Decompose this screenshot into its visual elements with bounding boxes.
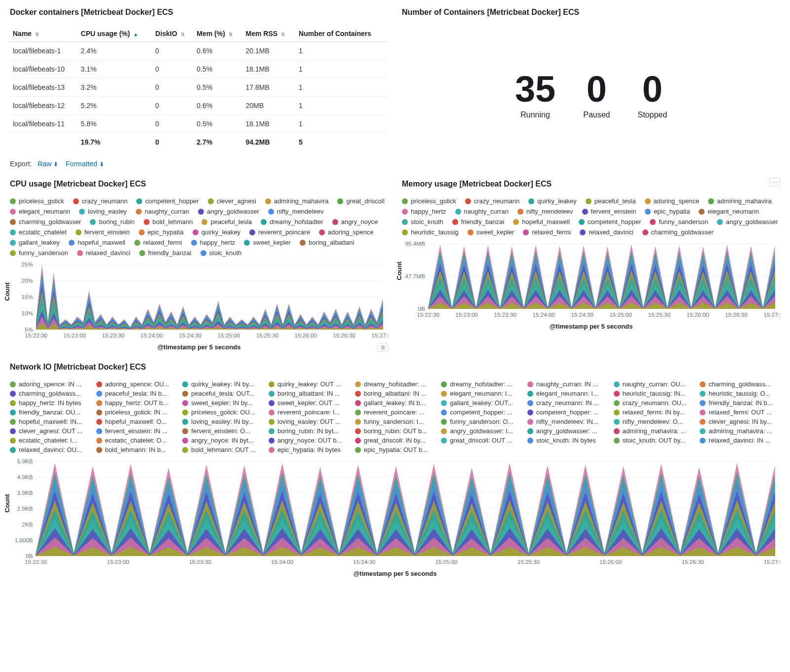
legend-item[interactable]: competent_hopper: ...: [527, 409, 608, 416]
legend-item[interactable]: naughty_curran: IN ...: [527, 380, 608, 388]
panel-menu-icon[interactable]: ⋯: [769, 178, 780, 187]
network-chart[interactable]: 0B1,000B2KB2.9KB3.9KB4.9KB5.9KB15:22:301…: [10, 458, 780, 567]
legend-item[interactable]: sweet_kepler: [244, 239, 291, 246]
legend-item[interactable]: stoic_knuth: [402, 218, 443, 225]
legend-item[interactable]: stoic_knuth: OUT by...: [614, 437, 694, 444]
table-row[interactable]: local/filebeats-103.1%00.5%18.1MB1: [10, 60, 388, 78]
legend-item[interactable]: peaceful_tesla: [201, 218, 252, 225]
legend-item[interactable]: boring_albattani: IN ...: [355, 390, 435, 397]
legend-item[interactable]: friendly_banzai: [139, 249, 191, 257]
legend-item[interactable]: boring_albattani: IN ...: [269, 390, 349, 397]
legend-item[interactable]: competent_hopper: [136, 197, 198, 205]
legend-item[interactable]: epic_hypatia: [645, 208, 690, 215]
legend-item[interactable]: happy_hertz: [402, 208, 446, 215]
legend-item[interactable]: happy_hertz: IN bytes: [10, 399, 90, 407]
legend-item[interactable]: ecstatic_chatelet: O...: [96, 437, 177, 444]
legend-item[interactable]: sweet_kepler: OUT ...: [269, 399, 349, 407]
mem-legend[interactable]: priceless_golickcrazy_neumannquirky_leak…: [402, 197, 780, 236]
legend-item[interactable]: clever_agnesi: [208, 197, 256, 205]
legend-item[interactable]: angry_noyce: IN byt...: [182, 437, 263, 444]
panel-menu-icon[interactable]: ☰: [377, 343, 388, 352]
legend-item[interactable]: dreamy_hofstadter: [261, 218, 323, 225]
legend-item[interactable]: nifty_mendeleev: [517, 208, 573, 215]
cpu-chart[interactable]: 5%10%15%20%25%15:22:3015:23:0015:23:3015…: [10, 261, 388, 340]
column-header[interactable]: Number of Containers: [296, 26, 388, 42]
legend-item[interactable]: relaxed_davinci: [77, 249, 130, 257]
legend-item[interactable]: crazy_neumann: [465, 197, 520, 205]
legend-item[interactable]: priceless_golick: [10, 197, 64, 205]
legend-item[interactable]: relaxed_fermi: [134, 239, 182, 246]
legend-item[interactable]: gallant_leakey: [10, 239, 60, 246]
cpu-legend[interactable]: priceless_golickcrazy_neumanncompetent_h…: [10, 197, 388, 257]
legend-item[interactable]: peaceful_tesla: OUT...: [182, 390, 263, 397]
legend-item[interactable]: quirky_leakey: IN by...: [182, 380, 263, 388]
legend-item[interactable]: friendly_banzai: [452, 218, 504, 225]
legend-item[interactable]: naughty_curran: [136, 208, 189, 215]
legend-item[interactable]: reverent_poincare: ...: [355, 409, 435, 416]
legend-item[interactable]: sweet_kepler: IN by...: [182, 399, 263, 407]
legend-item[interactable]: ecstatic_chatelet: [10, 228, 67, 236]
legend-item[interactable]: admiring_mahavira: [708, 197, 772, 205]
legend-item[interactable]: nifty_mendeleev: [268, 208, 324, 215]
table-row[interactable]: local/filebeats-115.8%00.5%18.1MB1: [10, 115, 388, 133]
legend-item[interactable]: charming_goldwass...: [700, 380, 780, 388]
table-row[interactable]: local/filebeats-12.4%00.6%20.1MB1: [10, 42, 388, 60]
legend-item[interactable]: bold_lehmann: OUT ...: [182, 446, 263, 453]
legend-item[interactable]: charming_goldwasser: [642, 228, 713, 236]
legend-item[interactable]: loving_easley: [79, 208, 127, 215]
legend-item[interactable]: sweet_kepler: [468, 228, 514, 236]
legend-item[interactable]: bold_lehmann: IN b...: [96, 446, 177, 453]
legend-item[interactable]: funny_sanderson: I...: [355, 418, 435, 425]
legend-item[interactable]: great_driscoll: IN by...: [355, 437, 435, 444]
column-header[interactable]: Name ⇅: [10, 26, 78, 42]
legend-item[interactable]: priceless_golick: [402, 197, 456, 205]
legend-item[interactable]: fervent_einstein: [582, 208, 636, 215]
legend-item[interactable]: competent_hopper: [579, 218, 641, 225]
legend-item[interactable]: hopeful_maxwell: [69, 239, 125, 246]
column-header[interactable]: Mem RSS ⇅: [243, 26, 296, 42]
legend-item[interactable]: crazy_neumann: OU...: [614, 399, 694, 407]
legend-item[interactable]: angry_noyce: [332, 218, 378, 225]
legend-item[interactable]: charming_goldwasser: [10, 218, 81, 225]
legend-item[interactable]: admiring_mahavira: [265, 197, 329, 205]
legend-item[interactable]: heuristic_taussig: IN...: [614, 390, 694, 397]
legend-item[interactable]: gallant_leakey: OUT...: [441, 399, 521, 407]
legend-item[interactable]: relaxed_davinci: IN ...: [700, 437, 780, 444]
legend-item[interactable]: hopeful_maxwell: [513, 218, 570, 225]
legend-item[interactable]: admiring_mahavira: ...: [614, 427, 694, 435]
legend-item[interactable]: quirky_leakey: [528, 197, 577, 205]
legend-item[interactable]: boring_rubin: IN byt...: [269, 427, 349, 435]
legend-item[interactable]: relaxed_fermi: [523, 228, 571, 236]
legend-item[interactable]: peaceful_tesla: IN b...: [96, 390, 177, 397]
column-header[interactable]: CPU usage (%) ▲: [78, 26, 153, 42]
legend-item[interactable]: clever_agnesi: IN by...: [700, 418, 780, 425]
legend-item[interactable]: admiring_mahavira: ...: [700, 427, 780, 435]
legend-item[interactable]: nifty_mendeleev: O...: [614, 418, 694, 425]
legend-item[interactable]: epic_hypatia: [139, 228, 184, 236]
legend-item[interactable]: hopeful_maxwell: O...: [96, 418, 177, 425]
export-formatted-link[interactable]: Formatted ⬇: [66, 160, 104, 168]
table-row[interactable]: local/filebeats-133.2%00.5%17.8MB1: [10, 78, 388, 97]
legend-item[interactable]: reverent_poincare: [249, 228, 310, 236]
legend-item[interactable]: quirky_leakey: OUT ...: [269, 380, 349, 388]
legend-item[interactable]: bold_lehmann: [144, 218, 193, 225]
legend-item[interactable]: boring_rubin: OUT b...: [355, 427, 435, 435]
memory-chart[interactable]: 0B47.7MB95.4MB15:22:3015:23:0015:23:3015…: [402, 241, 780, 320]
legend-item[interactable]: angry_goldwasser: ...: [527, 427, 608, 435]
legend-item[interactable]: angry_goldwasser: [198, 208, 259, 215]
legend-item[interactable]: peaceful_tesla: [586, 197, 636, 205]
legend-item[interactable]: angry_goldwasser: [717, 218, 778, 225]
column-header[interactable]: Mem (%) ⇅: [194, 26, 242, 42]
legend-item[interactable]: priceless_golick: OU...: [182, 409, 263, 416]
legend-item[interactable]: dreamy_hofstadter: ...: [355, 380, 435, 388]
legend-item[interactable]: relaxed_fermi: OUT ...: [700, 409, 780, 416]
legend-item[interactable]: elegant_neumann: [699, 208, 759, 215]
net-legend[interactable]: adoring_spence: IN ...adoring_spence: OU…: [10, 380, 780, 453]
legend-item[interactable]: fervent_einstein: IN ...: [96, 427, 177, 435]
legend-item[interactable]: elegant_neumann: I...: [527, 390, 608, 397]
legend-item[interactable]: stoic_knuth: [200, 249, 242, 257]
legend-item[interactable]: nifty_mendeleev: IN...: [527, 418, 608, 425]
legend-item[interactable]: dreamy_hofstadter: ...: [441, 380, 521, 388]
legend-item[interactable]: hopeful_maxwell: IN...: [10, 418, 90, 425]
legend-item[interactable]: fervent_einstein: [76, 228, 130, 236]
